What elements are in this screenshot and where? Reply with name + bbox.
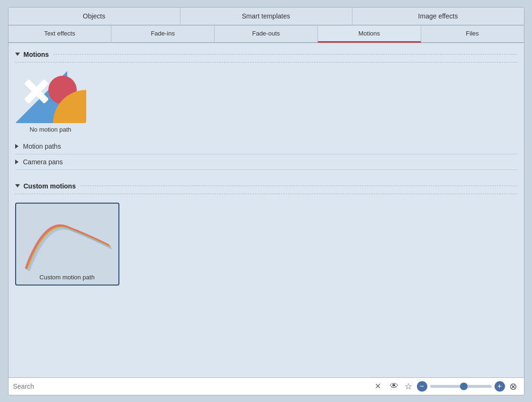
top-tab-bar: Objects Smart templates Image effects (9, 8, 524, 26)
custom-motions-arrow (15, 184, 20, 188)
motion-paths-label: Motion paths (23, 143, 61, 150)
settings-icon[interactable]: ⊗ (508, 381, 519, 392)
custom-motions-label: Custom motions (24, 182, 76, 190)
motions-section-header[interactable]: Motions (15, 48, 517, 63)
clear-search-icon[interactable]: ✕ (375, 383, 381, 390)
tab-smart-templates[interactable]: Smart templates (180, 8, 352, 25)
bottom-tab-bar: Text effects Fade-ins Fade-outs Motions … (9, 26, 524, 43)
custom-motions-line (81, 186, 517, 186)
custom-items-grid: Custom motion path (15, 199, 517, 291)
motions-section-label: Motions (24, 51, 49, 58)
tab-files[interactable]: Files (421, 26, 524, 43)
camera-pans-section[interactable]: Camera pans (15, 154, 517, 170)
no-motion-label: No motion path (29, 126, 71, 133)
search-bar: ✕ 👁 ☆ − + ⊗ (9, 377, 524, 395)
motions-collapse-arrow (15, 53, 20, 56)
star-icon[interactable]: ☆ (403, 381, 414, 392)
nm-x-shape (20, 75, 53, 108)
zoom-plus-button[interactable]: + (495, 381, 505, 392)
custom-motions-section: Custom motions Custom (15, 179, 517, 291)
camera-pans-label: Camera pans (23, 158, 63, 166)
content-scroll[interactable]: Motions No motion path Motio (9, 43, 524, 377)
custom-motion-item[interactable]: Custom motion path (15, 203, 119, 286)
no-motion-item[interactable]: No motion path (15, 71, 86, 133)
motions-items-grid: No motion path (15, 67, 517, 139)
motion-paths-arrow (15, 144, 18, 149)
zoom-slider-container: − + (417, 381, 505, 392)
eye-icon[interactable]: 👁 (388, 381, 400, 392)
no-motion-thumb (15, 71, 86, 123)
custom-motion-svg (16, 204, 118, 285)
camera-pans-arrow (15, 160, 18, 164)
tab-objects[interactable]: Objects (9, 8, 180, 25)
tab-motions[interactable]: Motions (318, 26, 421, 43)
toolbar-icons: 👁 ☆ − + ⊗ (388, 381, 519, 392)
tab-fade-ins[interactable]: Fade-ins (111, 26, 215, 43)
main-panel: Objects Smart templates Image effects Te… (8, 7, 524, 395)
tab-image-effects[interactable]: Image effects (352, 8, 524, 25)
custom-motions-header[interactable]: Custom motions (15, 179, 517, 194)
motion-paths-section[interactable]: Motion paths (15, 139, 517, 154)
tab-text-effects[interactable]: Text effects (9, 26, 112, 43)
motions-section-line (54, 54, 517, 54)
zoom-minus-button[interactable]: − (417, 381, 427, 392)
zoom-slider-thumb[interactable] (460, 383, 468, 390)
content-area: Motions No motion path Motio (9, 43, 524, 377)
search-input[interactable] (13, 383, 371, 390)
zoom-slider-track[interactable] (430, 385, 492, 388)
custom-motion-label: Custom motion path (39, 274, 94, 281)
tab-fade-outs[interactable]: Fade-outs (215, 26, 318, 43)
